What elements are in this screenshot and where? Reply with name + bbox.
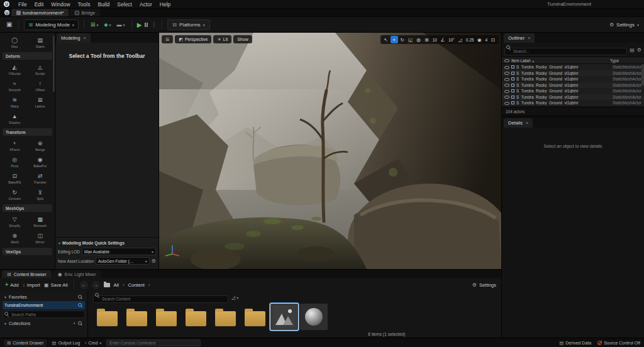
breadcrumb-folder[interactable]: Content xyxy=(128,282,145,288)
scale-snap-value[interactable]: 0.25 xyxy=(465,38,475,42)
perspective-dropdown[interactable]: ◩ Perspective xyxy=(175,35,211,43)
search-content-input[interactable] xyxy=(93,295,228,303)
save-all-button[interactable]: ▣ Save All xyxy=(44,282,68,288)
menu-item[interactable]: Help xyxy=(156,1,174,8)
tab-outliner[interactable]: Outliner × xyxy=(504,33,535,43)
tab-env-light-mixer[interactable]: ◉ Env. Light Mixer xyxy=(53,270,101,278)
back-button[interactable]: ← xyxy=(80,281,88,289)
blueprints-button[interactable]: ◆ ▾ xyxy=(103,22,112,28)
menu-item[interactable]: Build xyxy=(94,1,113,8)
breadcrumb-root[interactable]: All xyxy=(114,282,119,288)
menu-item[interactable]: Select xyxy=(113,1,136,8)
palette-tool[interactable]: ◬ Sculpt xyxy=(28,61,53,77)
visibility-eye-icon[interactable] xyxy=(504,95,509,99)
editor-mode-dropdown[interactable]: ⊞ Modeling Mode ▾ xyxy=(24,19,78,30)
palette-tool[interactable]: ▤ Stairs xyxy=(28,34,53,50)
unreal-logo-icon[interactable]: U xyxy=(4,1,9,7)
outliner-scrollbar[interactable] xyxy=(641,64,644,85)
visibility-eye-icon[interactable] xyxy=(504,101,509,105)
folder-tree-icon[interactable] xyxy=(104,283,110,287)
settings-button[interactable]: Settings xyxy=(616,22,635,28)
palette-tool[interactable]: + XForm xyxy=(2,137,28,153)
add-actor-button[interactable]: ⊞ ▾ xyxy=(89,21,100,28)
outliner-row[interactable]: S_Tundra_Rocky_Ground_vl1qbinr StaticMes… xyxy=(502,100,644,106)
viewport-menu-button[interactable]: ☰ xyxy=(162,35,173,43)
type-column[interactable]: Type xyxy=(610,58,641,63)
folder-tile[interactable] xyxy=(241,304,269,330)
folder-tile[interactable] xyxy=(152,304,180,330)
outliner-folder-icon[interactable]: ▤ xyxy=(630,47,635,53)
palette-tool[interactable]: ▲ Displce xyxy=(2,110,28,126)
source-control-button[interactable]: Source Control Off xyxy=(597,341,640,345)
cinematics-button[interactable]: ▬ ▾ xyxy=(116,22,126,28)
palette-tool[interactable]: ◫ Mirror xyxy=(28,229,53,246)
scale-tool-button[interactable]: ◱ xyxy=(407,36,414,43)
move-tool-button[interactable]: + xyxy=(391,36,398,43)
visibility-eye-icon[interactable] xyxy=(504,71,509,75)
palette-tool[interactable]: ⊻ Split xyxy=(28,186,53,202)
scale-snap-toggle[interactable]: ◿ xyxy=(457,36,464,43)
search-icon[interactable] xyxy=(78,321,83,326)
editing-lod-dropdown[interactable]: Max Available ▾ xyxy=(82,248,156,255)
cb-settings-button[interactable]: Settings xyxy=(479,282,496,288)
outliner-row[interactable]: S_Tundra_Rocky_Ground_vl1qbinr StaticMes… xyxy=(502,82,644,89)
palette-section-deform[interactable]: Deform xyxy=(3,52,52,60)
platforms-dropdown[interactable]: ⊟ Platforms ▾ xyxy=(167,19,210,30)
search-icon[interactable] xyxy=(78,303,83,308)
menu-item[interactable]: File xyxy=(14,1,31,8)
save-button[interactable]: ▣ xyxy=(5,20,13,29)
visibility-eye-icon[interactable] xyxy=(504,89,509,93)
visibility-eye-icon[interactable] xyxy=(504,83,509,87)
asset-tile-selected[interactable] xyxy=(270,304,298,330)
grid-snap-value[interactable]: 10 xyxy=(431,38,438,42)
asset-tile-sphere[interactable] xyxy=(300,304,328,330)
item-label-column[interactable]: Item Label xyxy=(511,58,530,63)
project-folder-row[interactable]: TundraEnvironment xyxy=(3,301,85,309)
maximize-viewport-button[interactable]: ⊡ xyxy=(489,36,497,43)
show-dropdown[interactable]: Show xyxy=(233,35,252,43)
outliner-row[interactable]: S_Tundra_Rocky_Ground_vl1qbinr StaticMes… xyxy=(502,76,644,82)
search-icon[interactable] xyxy=(78,295,83,300)
folder-tile[interactable] xyxy=(123,304,150,330)
favorites-row[interactable]: ▾ Favorites xyxy=(3,293,85,301)
tab-details[interactable]: Details × xyxy=(504,118,533,128)
content-drawer-button[interactable]: ⊞ Content Drawer xyxy=(4,339,47,346)
folder-tile[interactable] xyxy=(182,304,209,330)
gear-icon[interactable]: ⚙ xyxy=(152,258,156,264)
camera-speed-value[interactable]: 4 xyxy=(484,38,489,42)
rotation-snap-toggle[interactable]: ∠ xyxy=(439,36,447,43)
palette-section-voxops[interactable]: VoxOps xyxy=(3,248,52,255)
menu-item[interactable]: Window xyxy=(47,1,74,8)
palette-tool[interactable]: ↑ Offset xyxy=(28,77,53,94)
palette-tool[interactable]: ◉ BakePvt xyxy=(28,153,53,170)
palette-tool[interactable]: ≈ Smooth xyxy=(2,77,28,94)
palette-tool[interactable]: ⊗ Weld xyxy=(2,229,28,246)
eye-icon[interactable] xyxy=(504,58,509,62)
palette-tool[interactable]: ◭ VSculpt xyxy=(2,61,28,77)
close-icon[interactable]: × xyxy=(526,121,528,125)
rotation-snap-value[interactable]: 10° xyxy=(447,38,456,42)
palette-tool[interactable]: ▦ Remesh xyxy=(28,213,53,229)
palette-tool[interactable]: ⊕ Merge xyxy=(28,137,53,153)
asset-location-dropdown[interactable]: AutoGen Folder (… ▾ xyxy=(96,257,150,265)
visibility-eye-icon[interactable] xyxy=(504,65,509,69)
derived-data-button[interactable]: ▤ Derived Data xyxy=(559,340,591,346)
forward-button[interactable]: → xyxy=(92,281,100,289)
tab-content-browser[interactable]: ⊞ Content Browser xyxy=(2,270,52,278)
ue-home-button[interactable]: U xyxy=(3,9,11,16)
quick-settings-header[interactable]: ▾ Modeling Mode Quick Settings xyxy=(58,240,156,248)
menu-item[interactable]: Actor xyxy=(136,1,156,8)
camera-speed-button[interactable]: ◉ xyxy=(475,36,483,43)
palette-tool[interactable]: ⇄ Transfer xyxy=(28,170,53,186)
palette-section-transform[interactable]: Transform xyxy=(3,128,52,136)
outliner-settings-icon[interactable]: ⚙ xyxy=(637,47,641,53)
palette-tool[interactable]: ↻ Convert xyxy=(2,186,28,202)
palette-tool[interactable]: ≋ Warp xyxy=(2,94,28,110)
console-command-input[interactable] xyxy=(106,339,201,346)
folder-tile[interactable] xyxy=(93,304,121,330)
outliner-row[interactable]: S_Tundra_Rocky_Ground_vl1qbinr StaticMes… xyxy=(502,64,644,70)
pause-button[interactable] xyxy=(145,23,148,27)
tab-modeling[interactable]: Modeling × xyxy=(57,33,91,43)
filter-button[interactable]: ◿ ▾ xyxy=(231,295,238,300)
play-options-button[interactable]: ⋮ xyxy=(151,21,157,28)
